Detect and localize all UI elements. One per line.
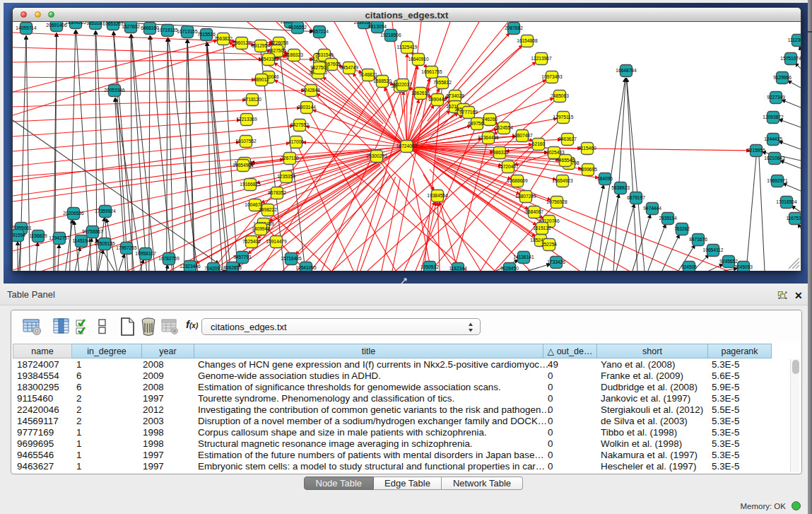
svg-text:18724007: 18724007 [396,144,418,148]
svg-text:1615132: 1615132 [533,226,551,230]
svg-text:1244415: 1244415 [764,136,782,141]
svg-text:7663822: 7663822 [214,36,233,41]
svg-text:15720407: 15720407 [498,164,519,169]
svg-text:9028450: 9028450 [500,266,519,271]
svg-text:5938923: 5938923 [611,185,630,190]
svg-text:1235359: 1235359 [277,174,295,179]
svg-text:8186323: 8186323 [285,52,303,57]
svg-text:16713155: 16713155 [177,29,198,34]
svg-text:12093872: 12093872 [763,115,784,119]
svg-text:3498222: 3498222 [259,207,277,212]
svg-text:9106552: 9106552 [288,25,307,30]
svg-text:8454749: 8454749 [340,65,358,70]
svg-text:164095: 164095 [597,176,613,181]
svg-text:9146821: 9146821 [359,72,377,77]
svg-text:8427552: 8427552 [290,122,309,127]
svg-text:9827508: 9827508 [310,65,329,70]
svg-text:16961755: 16961755 [421,69,442,74]
svg-text:19218506: 19218506 [380,33,401,37]
svg-text:9827505: 9827505 [268,48,286,53]
svg-text:9353187: 9353187 [86,22,105,25]
svg-text:20206536: 20206536 [63,211,84,216]
svg-text:2531546: 2531546 [315,52,334,57]
svg-text:19654923: 19654923 [552,178,573,183]
svg-text:7515526: 7515526 [197,32,216,37]
svg-text:18304265: 18304265 [65,22,86,25]
svg-text:12323446: 12323446 [180,264,201,269]
svg-text:12505135: 12505135 [94,241,115,246]
svg-text:2718120: 2718120 [243,97,261,102]
svg-text:8912954: 8912954 [252,43,270,48]
svg-text:989012: 989012 [254,77,269,82]
svg-text:8471676: 8471676 [689,237,707,242]
svg-text:252254: 252254 [541,242,557,247]
svg-text:9245093: 9245093 [734,264,753,269]
svg-text:9115460: 9115460 [578,146,596,151]
svg-text:8215955: 8215955 [747,148,765,153]
svg-text:9129966: 9129966 [773,75,792,80]
svg-text:15716485: 15716485 [281,256,302,261]
svg-text:1733426: 1733426 [547,259,565,264]
svg-text:10958107: 10958107 [135,251,156,256]
svg-text:21364436: 21364436 [478,135,499,140]
svg-text:17359924: 17359924 [95,209,116,214]
svg-text:9899695: 9899695 [579,167,597,172]
svg-text:16782759: 16782759 [158,256,180,261]
svg-text:9465546: 9465546 [556,158,575,163]
svg-text:25300293: 25300293 [366,153,387,158]
svg-text:9777169: 9777169 [459,110,478,115]
svg-text:18807249: 18807249 [515,194,536,199]
svg-text:9463627: 9463627 [558,136,577,141]
svg-text:10654112: 10654112 [703,247,724,252]
svg-text:6466160: 6466160 [141,25,159,30]
svg-text:6990448: 6990448 [428,97,447,102]
svg-text:19384554: 19384554 [427,193,448,198]
svg-text:2935114: 2935114 [659,216,677,221]
svg-text:1145194: 1145194 [72,238,90,243]
svg-text:16210643: 16210643 [764,156,785,160]
svg-text:763262: 763262 [674,226,690,231]
svg-text:9245652: 9245652 [719,259,738,264]
svg-text:17016504: 17016504 [776,199,797,204]
svg-text:10653267: 10653267 [102,22,124,26]
svg-text:1362615: 1362615 [411,90,430,95]
svg-text:19654906: 19654906 [233,163,254,168]
svg-text:391594: 391594 [13,233,25,238]
svg-text:417006: 417006 [288,139,304,144]
svg-text:8322037: 8322037 [394,82,412,87]
svg-text:18640910: 18640910 [408,57,429,62]
svg-text:10973493: 10973493 [541,74,563,79]
svg-text:11123056: 11123056 [788,37,801,42]
svg-text:11325419: 11325419 [397,45,418,49]
svg-text:7986322: 7986322 [490,150,509,155]
svg-text:19166825: 19166825 [240,182,261,187]
svg-text:8662855: 8662855 [223,265,242,270]
svg-text:10756928: 10756928 [546,199,567,204]
svg-text:10807487: 10807487 [512,133,533,138]
svg-text:20691406: 20691406 [46,23,67,28]
svg-text:14055714: 14055714 [16,25,37,30]
svg-text:6879197: 6879197 [627,195,645,200]
svg-text:7485063: 7485063 [551,93,569,98]
svg-text:7042091: 7042091 [204,266,223,271]
svg-text:16648784: 16648784 [616,68,637,73]
svg-text:19692971: 19692971 [767,178,788,183]
svg-text:9227349: 9227349 [767,95,785,100]
svg-text:16914479: 16914479 [266,239,287,244]
svg-text:16543382: 16543382 [258,57,279,62]
svg-text:99758867: 99758867 [82,229,103,234]
svg-text:1167533: 1167533 [786,216,801,221]
svg-text:12213369: 12213369 [236,117,257,122]
svg-text:12942757: 12942757 [49,235,70,240]
svg-text:9684067: 9684067 [525,209,543,214]
svg-text:746266: 746266 [482,117,498,122]
svg-text:7955812: 7955812 [433,80,452,85]
svg-text:1588520: 1588520 [373,78,392,83]
svg-text:1409948: 1409948 [252,226,270,231]
svg-text:15751074: 15751074 [780,56,801,61]
svg-text:7625402: 7625402 [242,239,261,244]
svg-text:12213967: 12213967 [531,56,552,61]
svg-text:20053346: 20053346 [104,88,125,93]
svg-text:924505: 924505 [681,264,697,269]
svg-text:9457791: 9457791 [233,255,252,259]
